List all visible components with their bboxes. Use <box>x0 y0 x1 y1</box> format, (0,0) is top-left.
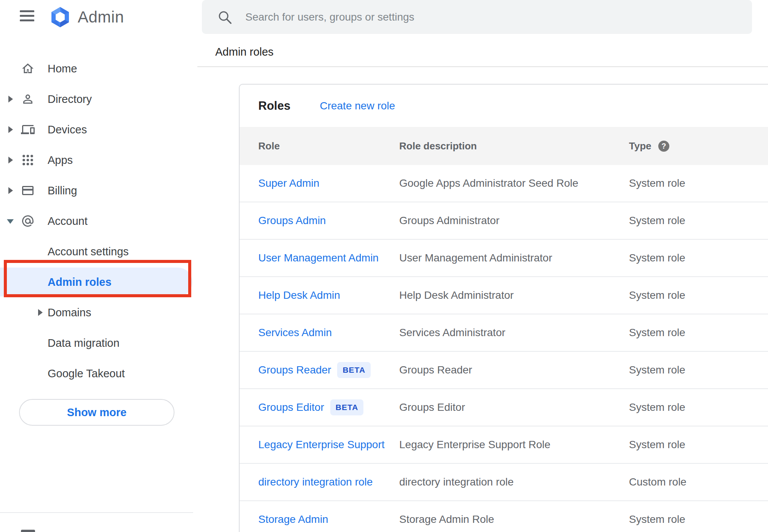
app-title: Admin <box>78 8 124 26</box>
sidebar-bottom-divider <box>0 512 193 513</box>
admin-logo-icon <box>49 6 72 28</box>
sidebar-item-label: Admin roles <box>48 276 112 288</box>
role-link[interactable]: Groups Admin <box>258 215 326 227</box>
sidebar-item-label: Account settings <box>48 245 129 258</box>
sidebar-item-apps[interactable]: Apps <box>0 145 193 175</box>
role-link[interactable]: Help Desk Admin <box>258 289 340 301</box>
table-row: Groups Editor BETA Groups Editor System … <box>240 389 768 426</box>
sidebar-item-admin-roles[interactable]: Admin roles <box>0 268 192 296</box>
role-link[interactable]: Storage Admin <box>258 513 328 526</box>
collapse-arrow-icon[interactable] <box>7 219 14 224</box>
person-icon <box>21 92 35 106</box>
sidebar-item-account-settings[interactable]: Account settings <box>0 236 193 267</box>
roles-table-body: Super Admin Google Apps Administrator Se… <box>240 165 768 532</box>
breadcrumb: Admin roles <box>215 45 274 59</box>
table-row: Groups Reader BETA Groups Reader System … <box>240 352 768 389</box>
sidebar: Admin Home Directory <box>0 0 193 532</box>
home-icon <box>21 62 35 75</box>
role-description: Groups Reader <box>399 364 629 376</box>
sidebar-item-label: Home <box>48 62 77 75</box>
roles-card-header: Roles Create new role <box>240 85 768 127</box>
sidebar-item-label: Billing <box>48 184 77 197</box>
role-description: Services Administrator <box>399 327 629 339</box>
at-sign-icon <box>21 214 35 228</box>
role-type: System role <box>629 401 768 413</box>
role-link[interactable]: directory integration role <box>258 476 373 488</box>
role-description: directory integration role <box>399 476 629 488</box>
sidebar-item-label: Devices <box>48 123 87 136</box>
sidebar-header: Admin <box>0 0 193 38</box>
search-icon <box>217 10 232 25</box>
table-row: directory integration role directory int… <box>240 464 768 501</box>
role-link[interactable]: Services Admin <box>258 327 332 339</box>
table-row: Groups Admin Groups Administrator System… <box>240 202 768 240</box>
search-placeholder: Search for users, groups or settings <box>245 11 414 23</box>
sidebar-item-devices[interactable]: Devices <box>0 114 193 145</box>
role-description: Storage Admin Role <box>399 513 629 526</box>
table-row: Help Desk Admin Help Desk Administrator … <box>240 277 768 314</box>
admin-logo[interactable]: Admin <box>49 6 124 28</box>
sidebar-item-label: Data migration <box>48 337 120 349</box>
sidebar-item-home[interactable]: Home <box>0 53 193 84</box>
role-link[interactable]: Legacy Enterprise Support <box>258 439 385 451</box>
menu-icon[interactable] <box>20 10 34 22</box>
devices-icon <box>21 123 35 136</box>
roles-table-header: Role Role description Type ? <box>240 127 768 165</box>
card-title: Roles <box>258 99 290 113</box>
role-link[interactable]: Super Admin <box>258 177 319 189</box>
sidebar-item-label: Directory <box>48 93 92 106</box>
sidebar-item-data-migration[interactable]: Data migration <box>0 328 193 358</box>
role-type: System role <box>629 513 768 526</box>
role-description: Groups Editor <box>399 401 629 413</box>
show-more-button[interactable]: Show more <box>19 399 174 426</box>
role-link[interactable]: Groups Editor <box>258 401 324 413</box>
role-type: Custom role <box>629 476 768 488</box>
column-header-type: Type <box>629 140 651 152</box>
sidebar-item-label: Apps <box>48 154 73 167</box>
search-bar[interactable]: Search for users, groups or settings <box>202 0 752 34</box>
expand-arrow-icon[interactable] <box>8 126 13 133</box>
help-icon[interactable]: ? <box>658 141 669 152</box>
role-link[interactable]: User Management Admin <box>258 252 379 264</box>
role-type: System role <box>629 177 768 189</box>
role-type: System role <box>629 289 768 301</box>
sidebar-item-domains[interactable]: Domains <box>0 297 193 328</box>
role-description: Google Apps Administrator Seed Role <box>399 177 629 189</box>
sidebar-item-label: Google Takeout <box>48 367 125 380</box>
credit-card-icon <box>21 184 35 197</box>
expand-arrow-icon[interactable] <box>8 96 13 103</box>
sidebar-item-label: Account <box>48 215 88 228</box>
role-type: System role <box>629 215 768 227</box>
table-row: Storage Admin Storage Admin Role System … <box>240 501 768 532</box>
beta-badge: BETA <box>337 362 371 378</box>
admin-console-screen: Admin Home Directory <box>0 0 768 532</box>
role-description: User Management Administrator <box>399 252 629 264</box>
header-divider <box>197 66 768 67</box>
roles-card: Roles Create new role Role Role descript… <box>239 84 768 532</box>
sidebar-item-billing[interactable]: Billing <box>0 175 193 206</box>
table-row: Services Admin Services Administrator Sy… <box>240 314 768 352</box>
expand-arrow-icon[interactable] <box>8 187 13 194</box>
create-new-role-link[interactable]: Create new role <box>320 100 395 112</box>
role-link[interactable]: Groups Reader <box>258 364 331 376</box>
table-row: User Management Admin User Management Ad… <box>240 240 768 277</box>
sidebar-item-google-takeout[interactable]: Google Takeout <box>0 358 193 389</box>
expand-arrow-icon[interactable] <box>38 309 43 316</box>
role-description: Groups Administrator <box>399 215 629 227</box>
role-type: System role <box>629 439 768 451</box>
beta-badge: BETA <box>330 399 364 415</box>
column-header-role: Role <box>258 140 399 152</box>
role-type: System role <box>629 364 768 376</box>
sidebar-item-account[interactable]: Account <box>0 206 193 236</box>
role-description: Legacy Enterprise Support Role <box>399 439 629 451</box>
sidebar-item-directory[interactable]: Directory <box>0 84 193 114</box>
partial-bottom-icon <box>21 530 35 532</box>
table-row: Super Admin Google Apps Administrator Se… <box>240 165 768 202</box>
apps-grid-icon <box>21 153 35 167</box>
sidebar-item-label: Domains <box>48 306 91 319</box>
role-type: System role <box>629 327 768 339</box>
column-header-description: Role description <box>399 140 629 152</box>
expand-arrow-icon[interactable] <box>8 157 13 163</box>
role-type: System role <box>629 252 768 264</box>
table-row: Legacy Enterprise Support Legacy Enterpr… <box>240 426 768 464</box>
